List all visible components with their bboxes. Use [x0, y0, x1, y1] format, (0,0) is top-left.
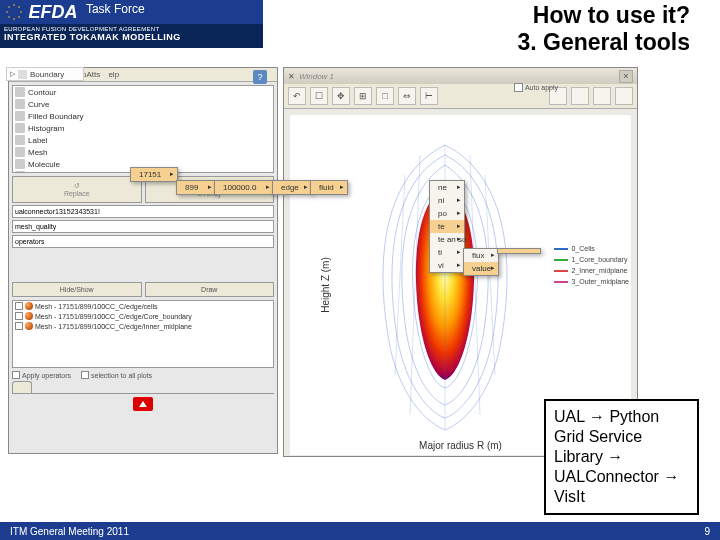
operators-tabs[interactable]	[12, 381, 274, 394]
mesh-quality-field[interactable]: mesh_quality	[12, 220, 274, 233]
histogram-icon	[15, 123, 25, 133]
window-title: Window 1	[299, 72, 619, 81]
menu-cpo[interactable]: edge▸	[272, 180, 312, 195]
pipeline-callout: UAL → Python Grid Service Library → UALC…	[544, 399, 699, 515]
plot-type-list[interactable]: Contour Curve Filled Boundary Histogram …	[12, 85, 274, 173]
menu-last[interactable]	[497, 248, 541, 254]
toolbar-undo-icon[interactable]: ↶	[288, 87, 306, 105]
toolbar-reset-icon[interactable]: ☐	[310, 87, 328, 105]
draw-button[interactable]: Draw	[145, 282, 275, 297]
operators-field[interactable]: operators	[12, 235, 274, 248]
menu-item[interactable]: te▸	[430, 220, 464, 233]
window-icon: ✕	[288, 72, 295, 81]
replace-button[interactable]: ↺Replace	[12, 176, 142, 203]
legend-item: 1_Core_boundary	[554, 254, 629, 265]
help-icon[interactable]: ?	[253, 70, 267, 84]
plot-icon	[25, 322, 33, 330]
svg-point-2	[18, 6, 20, 8]
tab[interactable]	[12, 381, 32, 393]
menu-fluid[interactable]: fluid▸	[310, 180, 348, 195]
boundary-icon	[18, 70, 27, 79]
viewer-titlebar[interactable]: ✕ Window 1 ×	[284, 68, 637, 84]
svg-point-0	[6, 4, 22, 20]
slide-title: How to use it? 3. General tools	[517, 2, 690, 56]
task-force-label: Task Force	[86, 2, 145, 16]
svg-point-8	[8, 6, 10, 8]
menu-item[interactable]: value▸	[464, 262, 498, 275]
toolbar-pan-icon[interactable]: ✥	[332, 87, 350, 105]
menu-item[interactable]: ne▸	[430, 181, 464, 194]
menu-item[interactable]: ni▸	[430, 194, 464, 207]
legend-item: 3_Outer_midplane	[554, 276, 629, 287]
boundary-label: Boundary	[30, 70, 64, 79]
menu-time[interactable]: 100000.0▸	[214, 180, 274, 195]
toolbar-btn-b[interactable]	[571, 87, 589, 105]
menu-item[interactable]: flux▸	[464, 249, 498, 262]
boundary-dropdown[interactable]: ▷ Boundary	[6, 67, 84, 81]
molecule-icon	[15, 159, 25, 169]
eu-stars-icon	[4, 2, 24, 26]
contour-icon	[15, 87, 25, 97]
curve-icon	[15, 99, 25, 109]
plot-legend: 0_Cells 1_Core_boundary 2_Inner_midplane…	[554, 243, 629, 287]
toolbar-btn-c[interactable]	[593, 87, 611, 105]
title-line-1: How to use it?	[517, 2, 690, 29]
svg-point-5	[13, 18, 15, 20]
menu-item[interactable]: 100000.0▸	[215, 181, 273, 194]
menu-help[interactable]: elp	[108, 70, 119, 79]
footer-meeting: ITM General Meeting 2011	[10, 526, 129, 537]
menu-quantity[interactable]: ne▸ ni▸ po▸ te▸ te an so▸ ti▸ vi▸	[429, 180, 465, 273]
list-item[interactable]: Mesh - 17151/899/100CC_C/edge/Core_bound…	[13, 311, 273, 321]
active-plots-list[interactable]: Mesh - 17151/899/100CC_C/edge/cells Mesh…	[12, 300, 274, 368]
svg-point-3	[20, 11, 22, 13]
y-axis-label: Height Z (m)	[320, 257, 331, 313]
source-field[interactable]: ualconnector13152343531!	[12, 205, 274, 218]
unpost-icon[interactable]	[133, 397, 153, 411]
viewer-toolbar: ↶ ☐ ✥ ⊞ □ ⇔ ⊢	[284, 84, 637, 109]
header-logo-banner: EFDA Task Force EUROPEAN FUSION DEVELOPM…	[0, 0, 263, 48]
toolbar-zoom-icon[interactable]: ⊞	[354, 87, 372, 105]
svg-point-4	[18, 16, 20, 18]
close-icon[interactable]: ×	[619, 70, 633, 83]
legend-item: 0_Cells	[554, 243, 629, 254]
toolbar-btn-d[interactable]	[615, 87, 633, 105]
slide-footer: ITM General Meeting 2011 9	[0, 522, 720, 540]
svg-point-1	[13, 4, 15, 6]
menu-item[interactable]: po▸	[430, 207, 464, 220]
menu-item[interactable]: 899▸	[177, 181, 215, 194]
list-item[interactable]: Mesh - 17151/899/100CC_C/edge/cells	[13, 301, 273, 311]
menu-item[interactable]: 17151▸	[131, 168, 177, 181]
menu-shot[interactable]: 17151▸	[130, 167, 178, 182]
plot-icon	[25, 302, 33, 310]
menu-item[interactable]: te an so▸	[430, 233, 464, 246]
x-axis-label: Major radius R (m)	[419, 440, 502, 451]
auto-apply-checkbox[interactable]: Auto apply	[514, 83, 558, 92]
efda-logo-text: EFDA	[28, 2, 77, 23]
title-line-2: 3. General tools	[517, 29, 690, 56]
header-subtitle-2: INTEGRATED TOKAMAK MODELLING	[4, 32, 259, 42]
svg-point-7	[6, 11, 8, 13]
multicurve-icon	[15, 171, 25, 173]
footer-page-number: 9	[704, 526, 710, 537]
toolbar-box-icon[interactable]: □	[376, 87, 394, 105]
hideshow-button[interactable]: Hide/Show	[12, 282, 142, 297]
menu-repr[interactable]: flux▸ value▸	[463, 248, 499, 276]
menu-item[interactable]	[498, 249, 540, 253]
menu-run[interactable]: 899▸	[176, 180, 216, 195]
svg-line-12	[395, 175, 405, 375]
list-item[interactable]: Mesh - 17151/899/100CC_C/edge/Inner_midp…	[13, 321, 273, 331]
legend-item: 2_Inner_midplane	[554, 265, 629, 276]
menu-item[interactable]: fluid▸	[311, 181, 347, 194]
menu-item[interactable]: vi▸	[430, 259, 464, 272]
label-icon	[15, 135, 25, 145]
plot-icon	[25, 312, 33, 320]
toolbar-expand-icon[interactable]: ⇔	[398, 87, 416, 105]
filled-boundary-icon	[15, 111, 25, 121]
menu-item[interactable]: edge▸	[273, 181, 311, 194]
toolbar-align-icon[interactable]: ⊢	[420, 87, 438, 105]
apply-operators-checkbox[interactable]: Apply operators	[12, 371, 71, 379]
expand-icon: ▷	[10, 70, 15, 78]
visit-controls-window: dows PlotAtts OpAtts elp ? Contour Curve…	[8, 67, 278, 454]
menu-item[interactable]: ti▸	[430, 246, 464, 259]
apply-selection-checkbox[interactable]: selection to all plots	[81, 371, 152, 379]
